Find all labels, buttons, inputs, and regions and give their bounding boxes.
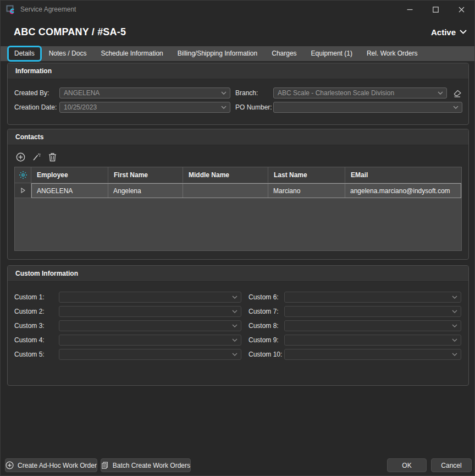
custom-8-label: Custom 8: (248, 320, 279, 331)
chevron-down-icon (438, 91, 443, 95)
created-by-value: ANGELENA (60, 89, 221, 97)
cancel-button[interactable]: Cancel (431, 458, 472, 472)
creation-date-value: 10/25/2023 (60, 103, 221, 111)
cell-last-name[interactable]: Marciano (268, 184, 345, 198)
maximize-icon (433, 7, 439, 13)
contacts-section: Contacts (7, 129, 469, 260)
custom-10-label: Custom 10: (248, 349, 282, 360)
contacts-table-header: Employee First Name Middle Name Last Nam… (15, 167, 461, 183)
custom-7-label: Custom 7: (248, 306, 279, 317)
chevron-down-icon (452, 353, 457, 356)
custom-9-select[interactable] (284, 335, 461, 346)
column-header-middle-name[interactable]: Middle Name (183, 167, 268, 183)
contacts-toolbar (15, 152, 58, 162)
po-number-select[interactable] (273, 102, 462, 113)
chevron-down-icon (460, 30, 467, 34)
custom-9-label: Custom 9: (248, 335, 279, 346)
column-header-first-name[interactable]: First Name (108, 167, 183, 183)
custom-5-select[interactable] (59, 349, 241, 360)
chevron-down-icon (452, 310, 457, 313)
tab-notes-docs[interactable]: Notes / Docs (42, 46, 94, 61)
chevron-down-icon (452, 338, 457, 342)
custom-2-select[interactable] (59, 306, 241, 317)
grid-options-button[interactable] (15, 167, 31, 183)
chevron-down-icon (221, 106, 227, 109)
created-by-label: Created By: (14, 87, 49, 99)
custom-8-select[interactable] (284, 320, 461, 331)
add-contact-button[interactable] (15, 152, 26, 162)
plus-circle-icon (16, 152, 25, 162)
tab-billing-shipping-information[interactable]: Billing/Shipping Information (170, 46, 264, 61)
chevron-down-icon (232, 324, 238, 327)
tab-rel-work-orders[interactable]: Rel. Work Orders (360, 46, 424, 61)
close-icon (459, 7, 465, 13)
cell-middle-name[interactable] (183, 184, 268, 198)
plus-circle-icon (5, 461, 14, 469)
custom-7-select[interactable] (284, 306, 461, 317)
tab-schedule-information[interactable]: Schedule Information (93, 46, 170, 61)
column-header-employee[interactable]: Employee (31, 167, 108, 183)
tab-equipment[interactable]: Equipment (1) (304, 46, 360, 61)
row-indicator[interactable] (15, 183, 31, 198)
window-title: Service Agreement (20, 6, 76, 13)
create-adhoc-work-order-label: Create Ad-Hoc Work Order (18, 462, 97, 469)
custom-2-label: Custom 2: (14, 306, 45, 317)
custom-information-section-title: Custom Information (8, 266, 468, 282)
custom-3-select[interactable] (59, 320, 241, 331)
po-number-label: PO Number: (235, 102, 272, 113)
custom-4-select[interactable] (59, 335, 241, 346)
maximize-button[interactable] (423, 1, 449, 18)
custom-6-label: Custom 6: (248, 292, 279, 303)
custom-6-select[interactable] (284, 292, 461, 303)
cell-first-name[interactable]: Angelena (108, 184, 183, 198)
tab-details[interactable]: Details (7, 46, 42, 62)
tab-charges[interactable]: Charges (264, 46, 303, 61)
table-row[interactable]: ANGELENA Angelena Marciano angelena.marc… (15, 183, 461, 198)
contacts-table: Employee First Name Middle Name Last Nam… (14, 167, 462, 251)
chevron-down-icon (232, 353, 238, 356)
custom-3-label: Custom 3: (14, 320, 45, 331)
chevron-down-icon (232, 296, 238, 299)
created-by-select[interactable]: ANGELENA (59, 87, 230, 99)
chevron-down-icon (452, 296, 457, 299)
create-adhoc-work-order-button[interactable]: Create Ad-Hoc Work Order (5, 458, 97, 472)
service-agreement-window: Service Agreement ABC COMPANY / #SA-5 Ac… (0, 0, 475, 476)
custom-1-select[interactable] (59, 292, 241, 303)
app-logo-icon (6, 5, 16, 14)
batch-create-work-orders-button[interactable]: Batch Create Work Orders (101, 458, 191, 472)
auto-add-contact-button[interactable] (31, 152, 42, 162)
status-dropdown[interactable]: Active (431, 28, 467, 37)
information-section: Information Created By: ANGELENA Branch:… (7, 63, 469, 125)
cell-employee[interactable]: ANGELENA (32, 184, 108, 198)
cell-email[interactable]: angelena.marciano@indysoft.com (345, 184, 461, 198)
ok-label: OK (402, 462, 411, 469)
window-controls (397, 1, 474, 18)
cancel-label: Cancel (441, 462, 461, 469)
chevron-down-icon (232, 338, 238, 342)
column-header-email[interactable]: EMail (345, 167, 461, 183)
close-button[interactable] (449, 1, 474, 18)
record-header: ABC COMPANY / #SA-5 Active (14, 21, 467, 42)
batch-create-work-orders-label: Batch Create Work Orders (113, 462, 190, 469)
sun-icon (19, 171, 27, 179)
creation-date-select[interactable]: 10/25/2023 (59, 102, 230, 113)
branch-select[interactable]: ABC Scale - Charlesteon Scale Division (273, 87, 447, 99)
ok-button[interactable]: OK (387, 458, 427, 472)
column-header-last-name[interactable]: Last Name (268, 167, 345, 183)
magic-wand-icon (32, 152, 41, 162)
custom-10-select[interactable] (284, 349, 461, 360)
tab-bar: Details Notes / Docs Schedule Informatio… (1, 46, 474, 61)
status-label: Active (431, 28, 456, 37)
minimize-button[interactable] (397, 1, 423, 18)
information-section-title: Information (8, 63, 468, 79)
custom-5-label: Custom 5: (14, 349, 45, 360)
titlebar: Service Agreement (1, 1, 474, 18)
page-title: ABC COMPANY / #SA-5 (14, 26, 126, 38)
chevron-down-icon (221, 91, 227, 95)
branch-value: ABC Scale - Charlesteon Scale Division (274, 89, 438, 97)
clear-branch-button[interactable] (451, 87, 464, 99)
table-row-cells: ANGELENA Angelena Marciano angelena.marc… (31, 183, 461, 198)
chevron-down-icon (453, 106, 459, 109)
trash-icon (48, 152, 57, 162)
delete-contact-button[interactable] (47, 152, 58, 162)
